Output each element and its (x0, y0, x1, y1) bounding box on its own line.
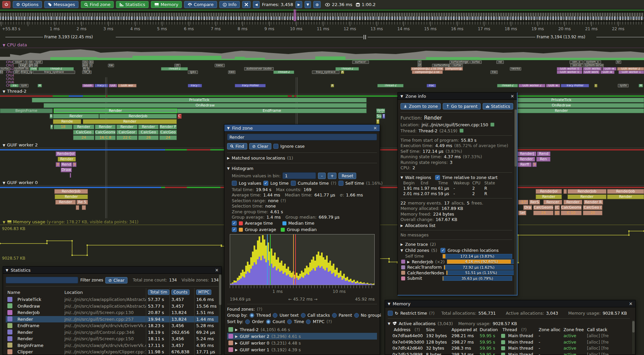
cpu-zone-chip[interactable]: kr (0, 71, 3, 74)
timeline-zone[interactable]: Render (607, 194, 644, 199)
cpu-zone-chip[interactable]: rworke (510, 67, 521, 71)
cpu-zone-chip[interactable]: tracy_syn (21, 71, 32, 74)
alloc-address[interactable]: 0x7dfc53d898 (391, 352, 425, 355)
cpu-zone-chip[interactable]: sen..s (570, 60, 583, 64)
column-thread[interactable]: Thread (?) (500, 327, 537, 332)
timeline-zone[interactable]: RenderJ (518, 151, 536, 156)
timeline-zone[interactable]: PrivateTick (32, 98, 367, 102)
timeline-zone[interactable]: BeginFrame (0, 108, 53, 113)
timeline-zone[interactable]: (C (554, 205, 560, 210)
timeline-zone[interactable] (70, 173, 71, 178)
stats-table-row[interactable]: Renderjni/../jni/src/guif/Control.cpp:34… (6, 329, 219, 336)
timeline-zone[interactable]: C (554, 211, 560, 215)
scrollbar-thumb[interactable] (219, 275, 221, 305)
cpu-zone-chip[interactable]: kw (108, 64, 114, 67)
zone-name[interactable]: RenderJob (16, 310, 63, 315)
group-by-radio-thread[interactable] (250, 313, 254, 318)
cpu-zone-chip[interactable]: Thread-2 (497, 84, 518, 87)
cpu-zone-chip[interactable]: sen-es (570, 64, 584, 67)
zone-location[interactable]: jni/../jni/src/guif/Screen.cpp:257 (63, 317, 146, 322)
cpu-zone-chip[interactable]: Thread-2 (161, 67, 188, 71)
expand-triangle-icon[interactable]: ▶ (235, 341, 238, 345)
frame-dropdown-button[interactable]: ▼ (305, 1, 311, 8)
cpu-zone-chip[interactable]: surtac (452, 64, 463, 67)
stats-table-row[interactable]: BeginFramejni/../jni/src/claw/gfx/drv/vk… (6, 342, 219, 349)
stats-table-row[interactable]: Renderjni/../jni/src/guif/Screen.cpp:150… (6, 336, 219, 342)
find-zone-histogram[interactable] (230, 234, 375, 285)
timeline-zone[interactable]: Render (54, 108, 177, 113)
timeline-zone[interactable]: R (50, 114, 53, 119)
cpu-zone-chip[interactable]: GUIF-work (583, 71, 600, 74)
timeline-zone[interactable]: C (178, 114, 181, 119)
group-avg-median-checkbox[interactable]: ✓ (232, 227, 237, 232)
zone-location[interactable]: jni/../jni/src/claw/gfx/drv/vk/DriverVk.… (63, 323, 146, 328)
timeline-zone[interactable]: Render (536, 194, 562, 199)
timeline-zone[interactable]: T (376, 119, 379, 124)
cpu-zone-chip[interactable]: Thread-2 (335, 67, 359, 71)
alloc-call-stack[interactable]: [alloc] [fre (586, 333, 629, 338)
sort-by-radio-order[interactable] (245, 319, 250, 324)
timeline-zone[interactable]: Render (95, 125, 116, 129)
timeline-zone[interactable]: CalcGeor (116, 130, 138, 135)
cpu-zone-chip[interactable]: kr (616, 60, 621, 64)
statistics-button[interactable]: Statistics (116, 1, 148, 8)
cpu-zone-chip[interactable]: M (38, 84, 42, 87)
timeline-zone[interactable]: Ren (536, 157, 550, 162)
memory-usage-header[interactable]: ▼ Memory usage (y-range: 178.27 KB, visi… (3, 219, 139, 224)
zone-name[interactable]: Render (16, 336, 63, 341)
memory-allocation-row[interactable]: 0x7dfc53d8988 bytes298.34 ms59.95 sMain … (391, 351, 630, 355)
zone-location[interactable]: jni/../jni/src/claw/gfx/geo/Clipper.cpp:… (63, 349, 146, 354)
cpu-zone-chip[interactable]: Tracy ! (188, 84, 202, 87)
cpu-zone-chip[interactable]: Thread-2 (377, 84, 404, 87)
wait-col-end[interactable]: End (421, 181, 438, 185)
found-thread-name[interactable]: GUIF worker 1 (240, 347, 269, 352)
child-zone-name[interactable]: RecalcTransform (407, 265, 442, 270)
timeline-zone[interactable]: Rencer (543, 200, 562, 205)
memory-allocation-row[interactable]: 0x7dfaa64e00192 bytes298.21 ms59.95 sMai… (391, 333, 630, 339)
wait-regions-label[interactable]: Wait regions (405, 175, 431, 180)
zone-name[interactable]: Render (16, 330, 63, 335)
scrollbar-thumb[interactable] (515, 109, 517, 167)
cpu-zone-chip[interactable]: gm (29, 64, 33, 67)
expand-triangle-icon[interactable]: ▶ (227, 156, 230, 160)
fz-clear-button[interactable]: ⊘Clear (249, 143, 271, 149)
info-button[interactable]: Info (219, 1, 240, 8)
timeline-zone[interactable]: CalcGeome (533, 205, 553, 210)
child-zone-row[interactable]: CalcRenderNodes51.51 µs (1.15%) (400, 270, 512, 276)
memory-allocation-row[interactable]: 0x7dfc42d64032 bytes298.3 ms59.95 sMain … (391, 345, 630, 352)
column-zone-free[interactable]: Zone free (562, 327, 586, 332)
cpu-zone-chip[interactable]: rot_d (82, 71, 92, 74)
timeline-zone[interactable]: 9 (532, 162, 537, 167)
timeline-zone[interactable]: OnRedraw (44, 103, 367, 108)
cpu-zone-chip[interactable]: I (594, 84, 597, 87)
cpu-zone-chip[interactable]: audioserver (audio (244, 67, 274, 71)
timeline-zone[interactable]: Render R (584, 200, 603, 205)
cpu-zone-chip[interactable]: GUI (109, 84, 117, 87)
alloc-address[interactable]: 0x7dfaa64e00 (391, 333, 425, 338)
cpu-zone-chip[interactable]: s (25, 60, 28, 64)
cpu-zone-chip[interactable]: composer@2.1-se (Hw (411, 67, 444, 71)
timeline-zone[interactable]: 24 (73, 135, 94, 140)
messages-button[interactable]: Messages (44, 1, 78, 8)
stats-table-row[interactable]: PrivateTickjni/../jni/src/claw/applicati… (6, 296, 219, 303)
cpu-zone-chip[interactable]: m (83, 67, 86, 71)
expand-triangle-icon[interactable]: ▶ (235, 348, 238, 352)
goto-frame-button[interactable]: ⊕ (313, 1, 321, 8)
cpu-zone-chip[interactable]: Tracy Profiler (561, 84, 589, 87)
cpu-zone-chip[interactable]: ssurf (13, 60, 24, 64)
timeline-zone[interactable]: RenderJob (607, 189, 644, 194)
timeline-zone[interactable]: Render (73, 125, 94, 129)
zone-name[interactable]: OnRedraw (16, 304, 63, 309)
stats-table-row[interactable]: OnRedrawjni/../jni/src/claw/application/… (6, 303, 219, 310)
min-minus-button[interactable]: - (318, 173, 326, 179)
tools-button[interactable] (242, 1, 251, 8)
allocations-list-label[interactable]: Allocations list (405, 223, 435, 228)
cpu-zone-chip[interactable]: se (34, 64, 38, 67)
expand-triangle-icon[interactable]: ▶ (400, 224, 403, 227)
sort-by-radio-mtpc[interactable] (306, 319, 311, 324)
collapse-triangle-icon[interactable]: ▼ (400, 176, 403, 179)
timeline-zone[interactable]: 8 (56, 162, 60, 167)
cpu-zone-chip[interactable]: kwo (228, 71, 235, 74)
column-appeared[interactable]: Appeared at (450, 327, 478, 332)
reset-button[interactable]: Reset (338, 173, 356, 179)
